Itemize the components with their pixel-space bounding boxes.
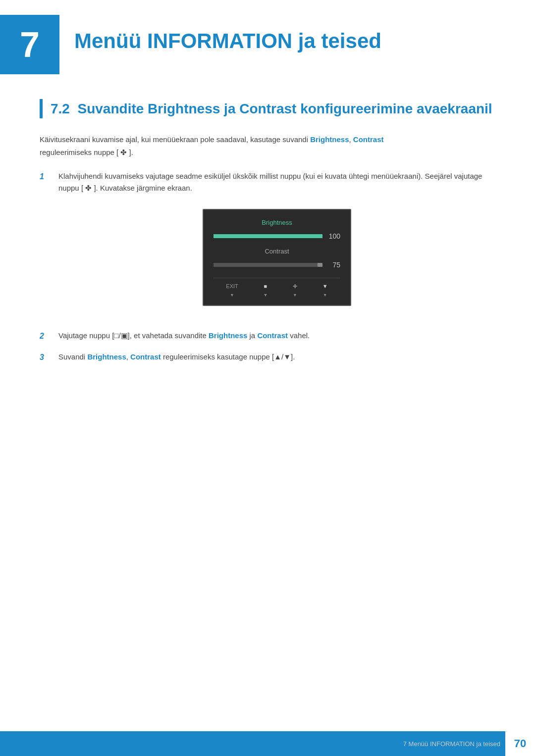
step-1: 1 Klahvijuhendi kuvamiseks vajutage sead… xyxy=(40,170,495,320)
down-arrow: ▼ xyxy=(323,292,327,299)
intro-bold-contrast: Contrast xyxy=(353,135,384,144)
step-3-bold2: Contrast xyxy=(130,353,161,361)
exit-arrow: ▼ xyxy=(230,292,234,299)
page-footer: 7 Menüü INFORMATION ja teised 70 xyxy=(0,731,535,756)
contrast-row: Contrast 75 xyxy=(214,247,340,270)
step-3-bold1: Brightness xyxy=(87,353,126,361)
footer-text: 7 Menüü INFORMATION ja teised xyxy=(403,740,500,748)
minus-icon: ■ xyxy=(264,282,268,291)
step-2: 2 Vajutage nuppu [□/▣], et vahetada suva… xyxy=(40,330,495,343)
step-1-text: Klahvijuhendi kuvamiseks vajutage seadme… xyxy=(58,170,495,320)
section-title: 7.2 Suvandite Brightness ja Contrast kon… xyxy=(40,99,495,118)
chapter-number: 7 xyxy=(20,24,40,65)
brightness-bar-row: 100 xyxy=(214,231,340,242)
contrast-bar-bg xyxy=(214,263,322,267)
page-number: 70 xyxy=(505,731,535,756)
step-2-bold1: Brightness xyxy=(209,331,247,340)
exit-btn: EXIT ▼ xyxy=(226,282,238,299)
chapter-badge: 7 xyxy=(0,15,59,74)
minus-btn: ■ ▼ xyxy=(263,282,268,299)
brightness-bar-bg xyxy=(214,234,322,238)
brightness-value: 100 xyxy=(326,231,340,242)
step-3-number: 3 xyxy=(40,351,54,364)
plus-btn: ✛ ▼ xyxy=(293,282,297,299)
intro-text-part1: Käivitusekraani kuvamise ajal, kui menüü… xyxy=(40,135,310,144)
brightness-label: Brightness xyxy=(214,218,340,228)
step-2-text: Vajutage nuppu [□/▣], et vahetada suvand… xyxy=(58,330,495,342)
contrast-label: Contrast xyxy=(214,247,340,257)
section-heading: Suvandite Brightness ja Contrast konfigu… xyxy=(78,101,492,116)
step-2-part2: ja xyxy=(247,331,257,340)
contrast-bar-row: 75 xyxy=(214,259,340,270)
minus-arrow: ▼ xyxy=(263,292,268,299)
step-3-part3: reguleerimiseks kasutage nuppe [▲/▼]. xyxy=(161,353,295,361)
step-2-part3: vahel. xyxy=(288,331,310,340)
step-2-number: 2 xyxy=(40,330,54,343)
step-2-bold2: Contrast xyxy=(257,331,288,340)
step-3-part1: Suvandi xyxy=(58,353,87,361)
osd-box: Brightness 100 Contrast xyxy=(203,209,351,305)
step-3: 3 Suvandi Brightness, Contrast reguleeri… xyxy=(40,351,495,364)
steps-list: 1 Klahvijuhendi kuvamiseks vajutage sead… xyxy=(40,170,495,364)
step-3-text: Suvandi Brightness, Contrast reguleerimi… xyxy=(58,351,495,363)
step-1-number: 1 xyxy=(40,170,54,183)
contrast-bar-fill xyxy=(214,263,295,267)
page-header: 7 Menüü INFORMATION ja teised xyxy=(0,0,535,84)
chapter-title: Menüü INFORMATION ja teised xyxy=(74,29,381,53)
contrast-value: 75 xyxy=(326,259,340,270)
main-content: 7.2 Suvandite Brightness ja Contrast kon… xyxy=(0,89,535,412)
down-btn: ▼ ▼ xyxy=(322,282,328,299)
brightness-row: Brightness 100 xyxy=(214,218,340,242)
osd-footer: EXIT ▼ ■ ▼ ✛ ▼ xyxy=(214,278,340,299)
down-icon: ▼ xyxy=(322,282,328,291)
plus-icon: ✛ xyxy=(293,282,297,291)
exit-label: EXIT xyxy=(226,282,238,291)
osd-diagram: Brightness 100 Contrast xyxy=(58,209,495,305)
brightness-bar-fill xyxy=(214,234,322,238)
intro-text-part2: , xyxy=(349,135,353,144)
step-3-part2: , xyxy=(126,353,130,361)
section-number: 7.2 xyxy=(51,101,70,116)
plus-arrow: ▼ xyxy=(293,292,297,299)
intro-paragraph: Käivitusekraani kuvamise ajal, kui menüü… xyxy=(40,133,495,158)
intro-text-part3: reguleerimiseks nuppe [ ✤ ]. xyxy=(40,148,133,156)
step-2-part1: Vajutage nuppu [□/▣], et vahetada suvand… xyxy=(58,331,209,340)
intro-bold-brightness: Brightness xyxy=(310,135,349,144)
